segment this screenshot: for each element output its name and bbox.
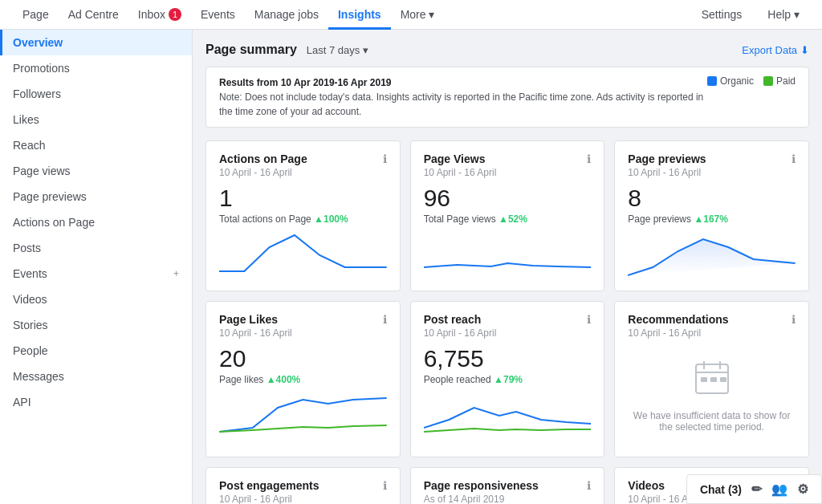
paid-dot <box>763 76 773 86</box>
chart-page-views <box>424 231 592 279</box>
card-post-engagements-header: Post engagements ℹ <box>219 479 387 492</box>
nav-page[interactable]: Page <box>13 0 59 30</box>
info-icon-post-reach[interactable]: ℹ <box>587 313 591 326</box>
nav-more[interactable]: More ▾ <box>391 0 445 30</box>
page-summary-title-area: Page summary Last 7 days ▾ <box>206 43 368 57</box>
sidebar-item-overview[interactable]: Overview <box>0 30 192 55</box>
info-icon-responsiveness[interactable]: ℹ <box>587 479 591 492</box>
sidebar-item-events[interactable]: Events + <box>0 261 192 287</box>
sidebar-item-reach[interactable]: Reach <box>0 132 192 158</box>
main-content: Page summary Last 7 days ▾ Export Data ⬇… <box>193 30 822 504</box>
chat-bar[interactable]: Chat (3) ✏ 👥 ⚙ <box>686 474 822 504</box>
sidebar-item-promotions[interactable]: Promotions <box>0 55 192 81</box>
compose-icon[interactable]: ✏ <box>751 482 762 497</box>
sidebar-item-page-previews[interactable]: Page previews <box>0 184 192 209</box>
calendar-icon <box>693 358 731 404</box>
events-add-icon[interactable]: + <box>173 268 179 279</box>
sidebar-item-followers[interactable]: Followers <box>0 81 192 107</box>
top-navigation: Page Ad Centre Inbox 1 Events Manage job… <box>0 0 822 30</box>
export-button[interactable]: Export Data ⬇ <box>742 44 809 56</box>
page-summary-header: Page summary Last 7 days ▾ Export Data ⬇ <box>206 43 809 57</box>
top-nav-right: Settings Help ▾ <box>692 0 809 30</box>
nav-manage-jobs[interactable]: Manage jobs <box>245 0 328 30</box>
sidebar-item-messages[interactable]: Messages <box>0 364 192 389</box>
sidebar-item-people[interactable]: People <box>0 338 192 364</box>
legend-organic: Organic <box>707 75 754 87</box>
main-layout: Overview Promotions Followers Likes Reac… <box>0 30 822 504</box>
card-recommendations-header: Recommendations ℹ <box>628 313 796 326</box>
download-icon: ⬇ <box>800 44 809 56</box>
organic-dot <box>707 76 717 86</box>
card-page-views: Page Views ℹ 10 April - 16 April 96 Tota… <box>410 140 605 291</box>
nav-ad-centre[interactable]: Ad Centre <box>59 0 128 30</box>
card-page-likes-header: Page Likes ℹ <box>219 313 387 326</box>
sidebar-item-posts[interactable]: Posts <box>0 235 192 261</box>
card-actions-header: Actions on Page ℹ <box>219 152 387 165</box>
card-page-responsiveness-header: Page responsiveness ℹ <box>424 479 592 492</box>
cards-grid: Actions on Page ℹ 10 April - 16 April 1 … <box>206 140 809 504</box>
sidebar-item-api[interactable]: API <box>0 389 192 415</box>
sidebar-item-stories[interactable]: Stories <box>0 312 192 338</box>
svg-rect-5 <box>710 377 717 382</box>
info-icon-page-likes[interactable]: ℹ <box>383 313 387 326</box>
sidebar-item-actions-on-page[interactable]: Actions on Page <box>0 209 192 235</box>
nav-inbox[interactable]: Inbox 1 <box>128 0 191 30</box>
nav-insights[interactable]: Insights <box>328 0 391 30</box>
sidebar-item-page-views[interactable]: Page views <box>0 158 192 184</box>
top-nav-left: Page Ad Centre Inbox 1 Events Manage job… <box>13 0 444 30</box>
card-page-previews: Page previews ℹ 10 April - 16 April 8 Pa… <box>614 140 809 291</box>
svg-rect-4 <box>701 377 707 382</box>
page-summary-title: Page summary <box>206 43 297 56</box>
sidebar-item-likes[interactable]: Likes <box>0 107 192 132</box>
no-data-recommendations: We have insufficient data to show for th… <box>628 345 796 445</box>
card-post-reach-header: Post reach ℹ <box>424 313 592 326</box>
info-icon-recommendations[interactable]: ℹ <box>791 313 796 326</box>
card-post-engagements: Post engagements ℹ 10 April - 16 April 5… <box>206 467 401 504</box>
info-icon-post-engagements[interactable]: ℹ <box>383 479 387 492</box>
sidebar: Overview Promotions Followers Likes Reac… <box>0 30 193 504</box>
card-actions-on-page: Actions on Page ℹ 10 April - 16 April 1 … <box>206 140 401 291</box>
info-icon-page-views[interactable]: ℹ <box>587 152 591 165</box>
nav-events[interactable]: Events <box>191 0 245 30</box>
settings-icon[interactable]: ⚙ <box>797 482 808 497</box>
nav-settings[interactable]: Settings <box>692 0 752 30</box>
card-page-previews-header: Page previews ℹ <box>628 152 796 165</box>
legend: Organic Paid <box>707 75 796 87</box>
info-banner: Results from 10 Apr 2019-16 Apr 2019 Not… <box>206 67 809 128</box>
nav-help[interactable]: Help ▾ <box>758 0 809 30</box>
svg-rect-6 <box>720 377 726 382</box>
sidebar-item-videos[interactable]: Videos <box>0 287 192 312</box>
chart-page-likes <box>219 392 387 440</box>
date-range-filter[interactable]: Last 7 days ▾ <box>307 44 368 56</box>
inbox-badge: 1 <box>169 8 181 21</box>
legend-paid: Paid <box>763 75 796 87</box>
card-page-likes: Page Likes ℹ 10 April - 16 April 20 Page… <box>206 301 401 457</box>
people-icon[interactable]: 👥 <box>771 482 787 497</box>
card-page-responsiveness: Page responsiveness ℹ As of 14 April 201… <box>410 467 605 504</box>
card-post-reach: Post reach ℹ 10 April - 16 April 6,755 P… <box>410 301 605 457</box>
info-banner-text: Results from 10 Apr 2019-16 Apr 2019 Not… <box>219 75 707 119</box>
card-recommendations: Recommendations ℹ 10 April - 16 April <box>614 301 809 457</box>
chart-post-reach <box>424 392 592 440</box>
info-icon-page-previews[interactable]: ℹ <box>791 152 796 165</box>
info-icon-actions[interactable]: ℹ <box>383 152 387 165</box>
card-page-views-header: Page Views ℹ <box>424 152 592 165</box>
chart-actions <box>219 231 387 279</box>
chart-page-previews <box>628 231 796 279</box>
